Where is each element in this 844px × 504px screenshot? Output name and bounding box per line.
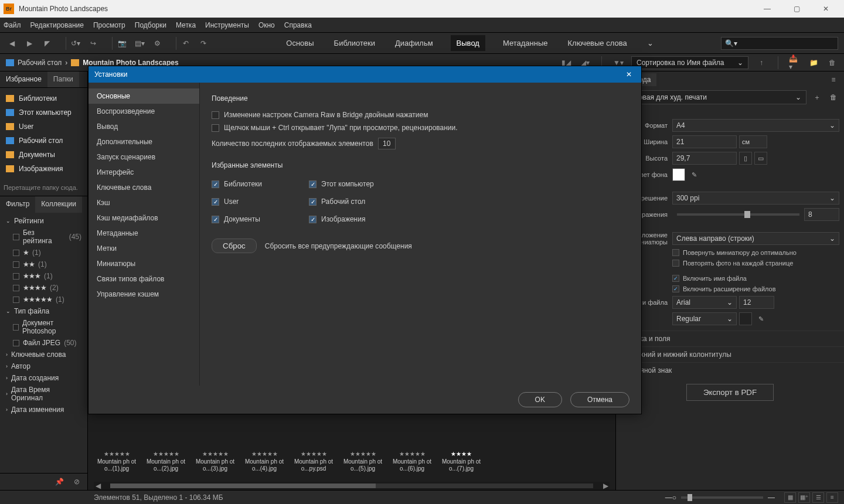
workspace-tab-filmstrip[interactable]: Диафильм — [393, 35, 435, 51]
search-input[interactable]: 🔍▾ — [721, 37, 838, 50]
bgcolor-swatch[interactable] — [672, 168, 685, 181]
export-pdf-button[interactable]: Экспорт в PDF — [686, 384, 774, 401]
nav-item-interface[interactable]: Интерфейс — [89, 165, 199, 180]
filter-group-date-original[interactable]: ›Дата Время Оригинал — [0, 384, 87, 404]
thumbnail-item[interactable]: ★★★★★Mountain ph oto...(4).jpg — [241, 451, 287, 472]
fontstyle-dropdown[interactable]: Regular⌄ — [672, 312, 737, 325]
filter-group-ratings[interactable]: ⌄Рейтинги — [0, 215, 87, 227]
filter-item[interactable]: Файл JPEG(50) — [0, 337, 87, 349]
filter-item[interactable]: ★★★★(2) — [0, 282, 87, 294]
filter-item[interactable]: Документ Photoshop — [0, 317, 87, 337]
view-grid-button[interactable]: ▦ — [784, 492, 796, 503]
window-maximize-button[interactable]: ▢ — [788, 5, 805, 13]
nav-item-thumbnails[interactable]: Миниатюры — [89, 256, 199, 271]
workspace-tab-metadata[interactable]: Метаданные — [501, 35, 550, 51]
thumbnail-item[interactable]: ★★★★★Mountain ph oto...(5).jpg — [340, 451, 386, 472]
menu-file[interactable]: Файл — [4, 21, 21, 29]
ok-button[interactable]: OK — [518, 392, 562, 407]
checkbox[interactable] — [212, 111, 219, 119]
new-folder-icon[interactable]: 📁 — [808, 57, 819, 69]
menu-view[interactable]: Просмотр — [93, 21, 125, 29]
pin-icon[interactable]: 📌 — [53, 476, 65, 488]
camera-icon[interactable]: 📷 — [116, 38, 128, 49]
checkbox[interactable] — [309, 181, 316, 188]
section-grid[interactable]: ›Сетка и поля — [616, 331, 844, 346]
workspace-tab-keywords[interactable]: Ключевые слова — [565, 35, 629, 51]
batch-icon[interactable]: ▤▾ — [134, 38, 145, 49]
workspace-tab-libraries[interactable]: Библиотеки — [332, 35, 377, 51]
checkbox[interactable] — [672, 285, 679, 292]
reset-warnings-button[interactable]: Сброс — [212, 239, 257, 253]
filter-item[interactable]: ★★(1) — [0, 258, 87, 270]
slider-knob[interactable] — [688, 494, 692, 501]
thumbnail-item[interactable]: ★★★★★Mountain ph oto...(6).jpg — [389, 451, 435, 472]
landscape-button[interactable]: ▭ — [754, 152, 767, 165]
fav-documents-checkbox[interactable]: Документы — [212, 213, 262, 226]
nav-item-media-cache[interactable]: Кэш медиафайлов — [89, 210, 199, 226]
horizontal-scrollbar[interactable]: ◀ ▶ — [94, 482, 610, 490]
fontsize-input[interactable]: 12 — [739, 296, 774, 309]
cancel-button[interactable]: Отмена — [570, 392, 629, 407]
nav-item-keywords[interactable]: Ключевые слова — [89, 180, 199, 195]
filter-item[interactable]: ★(1) — [0, 247, 87, 258]
tab-collections[interactable]: Коллекции — [35, 196, 82, 213]
checkbox[interactable] — [13, 250, 19, 256]
window-close-button[interactable]: ✕ — [817, 5, 835, 13]
loupe-checkbox-row[interactable]: Щелчок мыши + Ctrl открывает "Лупа" при … — [212, 121, 629, 134]
include-ext-checkbox-row[interactable]: Включить расширение файлов — [616, 284, 844, 294]
scrollbar-thumb[interactable] — [110, 483, 376, 488]
zoom-slider[interactable] — [681, 496, 763, 499]
menu-edit[interactable]: Редактирование — [30, 21, 84, 29]
menu-window[interactable]: Окно — [258, 21, 275, 29]
filter-item[interactable]: ★★★(1) — [0, 270, 87, 282]
trash-icon[interactable]: 🗑 — [826, 57, 838, 69]
filter-group-filetype[interactable]: ⌄Тип файла — [0, 305, 87, 317]
filter-item[interactable]: Без рейтинга(45) — [0, 227, 87, 247]
checkbox[interactable] — [672, 260, 679, 267]
preset-dropdown[interactable]: Матовая для худ. печати ⌄ — [621, 90, 806, 104]
rotate-cw-button[interactable]: ↷ — [198, 38, 209, 49]
view-list-button[interactable]: ≡ — [826, 492, 838, 503]
rotate-ccw-button[interactable]: ↶ — [180, 38, 192, 49]
nav-item-advanced[interactable]: Дополнительные — [89, 134, 199, 149]
nav-back-button[interactable]: ◀ — [6, 38, 18, 49]
zoom-out-button[interactable]: —○ — [665, 493, 676, 502]
eyedropper-icon[interactable]: ✎ — [688, 168, 700, 181]
font-dropdown[interactable]: Arial⌄ — [672, 296, 737, 309]
import-icon[interactable]: 📥▾ — [789, 57, 801, 69]
tab-favorites[interactable]: Избранное — [0, 71, 47, 87]
favorite-item[interactable]: Рабочий стол — [0, 134, 87, 148]
workspace-more-dropdown[interactable]: ⌄ — [645, 35, 656, 51]
checkbox[interactable] — [212, 198, 219, 206]
checkbox[interactable] — [13, 234, 19, 240]
thumb-layout-dropdown[interactable]: Слева направо (строки)⌄ — [672, 232, 839, 245]
checkbox[interactable] — [13, 273, 19, 280]
menu-stacks[interactable]: Подборки — [135, 21, 166, 29]
scroll-right-arrow[interactable]: ▶ — [601, 482, 610, 490]
format-dropdown[interactable]: A4⌄ — [672, 119, 839, 132]
thumbnail-item[interactable]: ★★★★★Mountain ph oto...(2).jpg — [143, 451, 189, 472]
slider-knob[interactable] — [744, 211, 750, 218]
checkbox[interactable] — [212, 216, 219, 223]
window-minimize-button[interactable]: — — [758, 5, 776, 13]
filter-item[interactable]: ★★★★★(1) — [0, 294, 87, 305]
menu-label[interactable]: Метка — [176, 21, 196, 29]
fav-desktop-checkbox[interactable]: Рабочий стол — [309, 195, 374, 208]
nav-item-output[interactable]: Вывод — [89, 119, 199, 134]
checkbox[interactable] — [13, 297, 19, 303]
include-name-checkbox-row[interactable]: Включить имя файла — [616, 273, 844, 284]
view-grid-lock-button[interactable]: ▦⁺ — [798, 492, 810, 503]
thumbnail-item[interactable]: ★★★★★Mountain ph oto...(1).jpg — [94, 451, 139, 472]
checkbox[interactable] — [212, 124, 219, 132]
checkbox[interactable] — [309, 216, 316, 223]
fav-libraries-checkbox[interactable]: Библиотеки — [212, 178, 262, 190]
fav-computer-checkbox[interactable]: Этот компьютер — [309, 178, 374, 190]
history-dropdown[interactable]: ↺▾ — [70, 38, 81, 49]
repeat-photo-checkbox-row[interactable]: Повторять фото на каждой странице — [616, 258, 844, 268]
checkbox[interactable] — [13, 340, 19, 346]
checkbox[interactable] — [13, 261, 19, 268]
favorite-item[interactable]: Библиотеки — [0, 91, 87, 105]
filter-group-keywords[interactable]: ›Ключевые слова — [0, 349, 87, 360]
menu-tools[interactable]: Инструменты — [205, 21, 249, 29]
nav-item-general[interactable]: Основные — [89, 88, 199, 104]
